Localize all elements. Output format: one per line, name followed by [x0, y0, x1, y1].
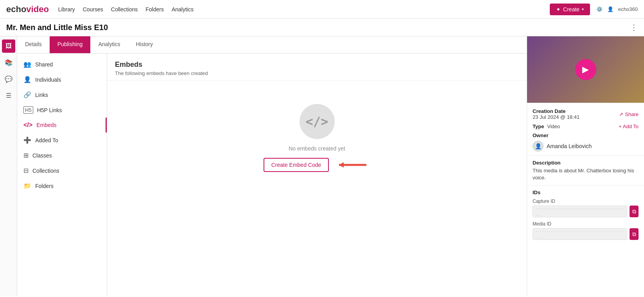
nav-item-added-to[interactable]: ➕ Added To — [17, 132, 107, 148]
tab-bar: Details Publishing Analytics History — [17, 36, 527, 54]
nav-item-shared[interactable]: 👥 Shared — [17, 57, 107, 72]
capture-id-field: ········································… — [533, 206, 627, 217]
courses-sidebar-icon[interactable]: 📚 — [2, 56, 15, 69]
nav-item-links[interactable]: 🔗 Links — [17, 87, 107, 102]
page-title: Mr. Men and Little Miss E10 — [6, 23, 108, 32]
tab-analytics[interactable]: Analytics — [90, 36, 128, 53]
shared-icon: 👥 — [23, 61, 31, 68]
nav-item-individuals[interactable]: 👤 Individuals — [17, 72, 107, 87]
panel-title: Embeds — [115, 61, 519, 69]
media-id-label: Media ID — [533, 221, 639, 227]
capture-id-row: Capture ID ·····························… — [533, 199, 639, 217]
nav-analytics[interactable]: Analytics — [172, 6, 194, 13]
owner-row: 👤 Amanda Leibovich — [533, 141, 639, 152]
nav-item-classes[interactable]: ⊞ Classes — [17, 148, 107, 163]
tab-history[interactable]: History — [128, 36, 161, 53]
nav-label-shared: Shared — [35, 61, 53, 68]
nav-right: ⚙️ 👤 echo360 — [596, 6, 638, 12]
no-embeds-text: No embeds created yet — [289, 145, 345, 152]
chevron-down-icon: ▾ — [582, 7, 584, 11]
classes-icon: ⊞ — [23, 152, 29, 159]
list-sidebar-icon[interactable]: ☰ — [2, 89, 15, 102]
video-thumbnail: ▶ — [527, 36, 644, 103]
share-label: Share — [625, 111, 639, 117]
embeds-main-panel: Embeds The following embeds have been cr… — [107, 54, 527, 296]
nav-courses[interactable]: Courses — [83, 6, 103, 13]
nav-collections[interactable]: Collections — [111, 6, 138, 13]
type-row: Type Video + Add To — [533, 123, 639, 129]
nav-item-folders[interactable]: 📁 Folders — [17, 178, 107, 193]
ids-section: IDs Capture ID ·························… — [527, 186, 644, 248]
description-label: Description — [533, 160, 639, 166]
arrow-indicator — [335, 159, 370, 170]
copy-capture-id-button[interactable]: ⧉ — [630, 206, 639, 217]
more-options-button[interactable]: ⋮ — [630, 23, 638, 32]
nav-folders[interactable]: Folders — [145, 6, 164, 13]
embeds-empty-state: </> No embeds created yet Create Embed C… — [107, 81, 527, 195]
nav-label-embeds: Embeds — [36, 122, 56, 128]
media-id-input-row: ········································… — [533, 228, 639, 240]
top-nav: echovideo Library Courses Collections Fo… — [0, 0, 644, 19]
nav-library[interactable]: Library — [58, 6, 75, 13]
create-embed-code-button[interactable]: Create Embed Code — [264, 158, 329, 172]
tab-section: Details Publishing Analytics History 👥 S… — [17, 36, 527, 296]
folders-icon: 📁 — [23, 182, 31, 190]
nav-item-embeds[interactable]: </> Embeds — [17, 118, 107, 132]
share-icon: ↗ — [619, 111, 623, 117]
panel-subtitle: The following embeds have been created — [115, 70, 519, 76]
create-icon: ✦ — [556, 6, 561, 13]
creation-date-label: Creation Date — [533, 108, 579, 114]
create-button[interactable]: ✦ Create ▾ — [550, 4, 590, 15]
logo-text: echo — [6, 4, 26, 14]
nav-links: Library Courses Collections Folders Anal… — [58, 6, 550, 13]
h5p-icon: H5 — [23, 106, 33, 114]
creation-date-value: 23 Jul 2024 @ 18:41 — [533, 114, 579, 120]
nav-label-classes: Classes — [32, 152, 52, 159]
nav-item-collections[interactable]: ⊟ Collections — [17, 163, 107, 178]
description-section: Description This media is about Mr. Chat… — [527, 156, 644, 186]
ids-label: IDs — [533, 190, 639, 195]
content-area: Details Publishing Analytics History 👥 S… — [17, 36, 644, 296]
copy-media-id-button[interactable]: ⧉ — [630, 228, 639, 240]
nav-item-h5p-links[interactable]: H5 H5P Links — [17, 102, 107, 118]
right-panel: ▶ Creation Date 23 Jul 2024 @ 18:41 ↗ Sh… — [527, 36, 644, 296]
add-to-label: + Add To — [619, 123, 639, 129]
media-id-row: Media ID ·······························… — [533, 221, 639, 240]
type-label: Type — [533, 123, 544, 129]
nav-label-collections: Collections — [32, 168, 59, 174]
creation-date-row: Creation Date 23 Jul 2024 @ 18:41 ↗ Shar… — [533, 108, 639, 120]
description-text: This media is about Mr. Chatterbox losin… — [533, 167, 639, 181]
nav-label-h5p-links: H5P Links — [37, 107, 62, 113]
links-icon: 🔗 — [23, 91, 31, 98]
page-header: Mr. Men and Little Miss E10 ⋮ — [0, 19, 644, 36]
owner-name: Amanda Leibovich — [547, 143, 592, 149]
owner-section: Owner 👤 Amanda Leibovich — [533, 132, 639, 152]
user-icon[interactable]: 👤 — [607, 6, 614, 12]
code-icon: </> — [306, 114, 328, 129]
nav-label-added-to: Added To — [35, 137, 58, 143]
main-layout: 🖼 📚 💬 ☰ Details Publishing Analytics His… — [0, 36, 644, 296]
icon-sidebar: 🖼 📚 💬 ☰ — [0, 36, 17, 296]
svg-marker-1 — [339, 162, 344, 168]
captions-sidebar-icon[interactable]: 💬 — [2, 72, 15, 86]
owner-label: Owner — [533, 132, 639, 138]
settings-icon[interactable]: ⚙️ — [596, 6, 603, 12]
tab-details[interactable]: Details — [17, 36, 50, 53]
capture-id-label: Capture ID — [533, 199, 639, 204]
logo[interactable]: echovideo — [6, 4, 49, 14]
user-label: echo360 — [618, 6, 638, 12]
capture-id-input-row: ········································… — [533, 206, 639, 217]
tab-publishing[interactable]: Publishing — [50, 36, 91, 53]
individuals-icon: 👤 — [23, 76, 31, 83]
create-label: Create — [563, 6, 579, 13]
nav-label-folders: Folders — [35, 183, 54, 189]
media-id-field: ········································… — [533, 228, 627, 240]
share-button[interactable]: ↗ Share — [619, 111, 639, 117]
type-value: Video — [547, 123, 560, 129]
add-to-button[interactable]: + Add To — [619, 123, 639, 129]
nav-label-individuals: Individuals — [35, 77, 61, 83]
media-sidebar-icon[interactable]: 🖼 — [2, 39, 15, 53]
play-button[interactable]: ▶ — [575, 59, 596, 80]
embed-empty-icon: </> — [300, 104, 335, 139]
collections-icon: ⊟ — [23, 167, 29, 174]
